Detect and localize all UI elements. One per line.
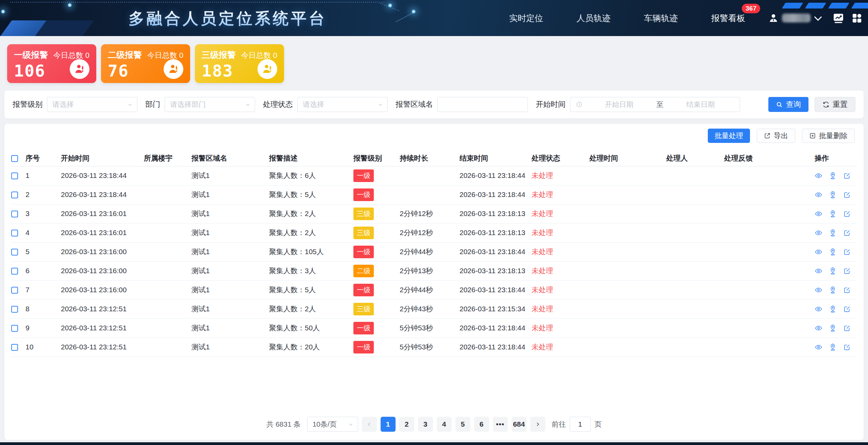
locate-icon[interactable] <box>829 229 837 237</box>
alert-summary-card: 三级报警 今日总数 0 183 <box>195 44 284 83</box>
cell-description: 聚集人数：50人 <box>265 318 349 337</box>
next-page-button[interactable] <box>530 417 545 432</box>
chevron-down-icon[interactable] <box>814 13 822 21</box>
edit-icon[interactable] <box>843 191 851 199</box>
edit-icon[interactable] <box>843 210 851 218</box>
status-badge: 未处理 <box>532 229 553 236</box>
edit-icon[interactable] <box>843 229 851 237</box>
nav-item[interactable]: 人员轨迹 <box>577 13 611 24</box>
apps-grid-icon[interactable] <box>851 13 863 24</box>
edit-icon[interactable] <box>843 248 851 256</box>
person-alert-icon <box>257 59 277 79</box>
locate-icon[interactable] <box>829 172 837 180</box>
edit-icon[interactable] <box>843 267 851 275</box>
department-select[interactable]: 请选择部门 <box>165 97 255 112</box>
view-icon[interactable] <box>815 267 822 275</box>
date-range-picker[interactable]: 开始日期 至 结束日期 <box>570 97 740 112</box>
view-icon[interactable] <box>815 286 822 294</box>
export-button[interactable]: 导出 <box>757 129 795 143</box>
nav-item[interactable]: 车辆轨迹 <box>644 13 678 24</box>
search-icon <box>776 101 783 108</box>
page-size-select[interactable]: 10条/页 <box>307 417 358 432</box>
card-title: 三级报警 <box>202 49 236 61</box>
locate-icon[interactable] <box>829 343 837 351</box>
locate-icon[interactable] <box>829 191 837 199</box>
nav-item[interactable]: 报警看板 367 <box>711 13 745 24</box>
locate-icon[interactable] <box>829 286 837 294</box>
handle-status-select[interactable]: 请选择 <box>297 97 388 112</box>
cell-operations <box>811 166 857 185</box>
select-all-checkbox[interactable] <box>11 155 18 162</box>
search-button[interactable]: 查询 <box>768 97 808 112</box>
cell-operations <box>811 299 857 318</box>
cell-handle-time <box>585 204 662 223</box>
edit-icon[interactable] <box>843 286 851 294</box>
view-icon[interactable] <box>815 324 822 332</box>
column-header: 处理时间 <box>585 150 662 166</box>
view-icon[interactable] <box>815 305 822 313</box>
page-button[interactable]: ••• <box>493 417 508 432</box>
alarm-level-select[interactable]: 请选择 <box>47 97 137 112</box>
cell-operations <box>811 242 857 261</box>
row-checkbox[interactable] <box>11 268 18 275</box>
locate-icon[interactable] <box>829 210 837 218</box>
view-icon[interactable] <box>815 210 822 218</box>
nav-item[interactable]: 实时定位 <box>509 13 543 24</box>
cell-description: 聚集人数：5人 <box>265 280 349 299</box>
edit-icon[interactable] <box>843 305 851 313</box>
view-icon[interactable] <box>815 191 822 199</box>
row-checkbox[interactable] <box>11 325 18 332</box>
locate-icon[interactable] <box>829 248 837 256</box>
cell-level: 三级 <box>349 299 396 318</box>
view-icon[interactable] <box>815 248 822 256</box>
batch-process-button[interactable]: 批量处理 <box>708 129 750 143</box>
view-icon[interactable] <box>815 229 822 237</box>
row-checkbox[interactable] <box>11 211 18 217</box>
alarm-area-input[interactable] <box>437 97 528 112</box>
row-checkbox[interactable] <box>11 287 18 294</box>
prev-page-button[interactable] <box>362 417 377 432</box>
row-checkbox[interactable] <box>11 172 18 179</box>
level-badge: 一级 <box>353 246 374 258</box>
pagination: 共 6831 条 10条/页 123456•••684 前往 页 <box>4 417 864 432</box>
cell-duration: 5分钟53秒 <box>396 318 455 337</box>
decor-bottom-strip <box>0 442 868 445</box>
edit-icon[interactable] <box>843 172 851 180</box>
table-row: 4 2026-03-11 23:16:01 测试1 聚集人数：2人 三级 2分钟… <box>11 223 857 242</box>
cell-building <box>140 299 187 318</box>
user-name-redacted[interactable] <box>782 14 811 22</box>
edit-icon[interactable] <box>843 343 851 351</box>
row-checkbox[interactable] <box>11 192 18 198</box>
batch-delete-button[interactable]: 批量删除 <box>802 129 855 143</box>
cell-area: 测试1 <box>187 337 265 357</box>
cell-level: 三级 <box>349 223 396 242</box>
view-icon[interactable] <box>815 343 822 351</box>
row-checkbox[interactable] <box>11 249 18 256</box>
reset-button[interactable]: 重置 <box>815 97 855 112</box>
monitor-chart-icon[interactable] <box>832 12 845 24</box>
locate-icon[interactable] <box>829 324 837 332</box>
page-button[interactable]: 684 <box>512 417 527 432</box>
edit-icon[interactable] <box>843 324 851 332</box>
person-alert-icon <box>164 59 183 79</box>
page-button[interactable]: 3 <box>418 417 433 432</box>
page-button[interactable]: 4 <box>437 417 452 432</box>
level-badge: 一级 <box>353 169 374 182</box>
cell-building <box>140 204 187 223</box>
page-button[interactable]: 2 <box>399 417 414 432</box>
page-button[interactable]: 1 <box>381 417 396 432</box>
row-checkbox[interactable] <box>11 306 18 313</box>
row-checkbox[interactable] <box>11 344 18 351</box>
nav-item-label: 车辆轨迹 <box>644 13 678 23</box>
page-button[interactable]: 6 <box>474 417 489 432</box>
level-badge: 三级 <box>353 208 374 220</box>
row-checkbox[interactable] <box>11 230 18 236</box>
goto-page-input[interactable] <box>570 417 591 432</box>
view-icon[interactable] <box>815 172 822 180</box>
locate-icon[interactable] <box>829 267 837 275</box>
table-header-row: 序号 开始时间 所属楼宇 报警区域名 报警描述 报警级别 持续时长 结束时间 处… <box>11 150 857 166</box>
page-button[interactable]: 5 <box>455 417 470 432</box>
locate-icon[interactable] <box>829 305 837 313</box>
column-header: 处理反馈 <box>720 150 811 166</box>
cell-area: 测试1 <box>187 242 265 261</box>
